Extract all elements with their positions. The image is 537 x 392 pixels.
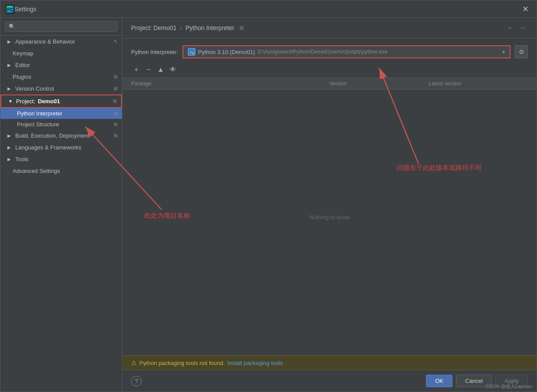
main-content: Project: Demo01 › Python Interpreter ⊞ ←… bbox=[122, 18, 537, 392]
install-tools-link[interactable]: Install packaging tools bbox=[227, 360, 283, 366]
nav-arrows: ← → bbox=[505, 23, 528, 33]
package-table: Package Version Latest version Nothing t… bbox=[122, 78, 537, 355]
sidebar-item-label: Advanced Settings bbox=[13, 168, 60, 174]
sidebar-item-label: Keymap bbox=[13, 50, 34, 57]
search-input[interactable] bbox=[5, 21, 118, 32]
add-package-button[interactable]: + bbox=[131, 64, 142, 75]
sidebar-item-label: Plugins bbox=[13, 74, 31, 80]
breadcrumb-parent: Project: Demo01 bbox=[131, 24, 176, 31]
close-button[interactable]: ✕ bbox=[520, 3, 531, 15]
sidebar-item-build-execution[interactable]: ▶ Build, Execution, Deployment ⊞ bbox=[0, 130, 122, 142]
column-latest-version: Latest version bbox=[429, 81, 528, 87]
column-version: Version bbox=[330, 81, 429, 87]
expand-arrow-icon: ▶ bbox=[7, 157, 13, 162]
interpreter-name: Python 3.10 (Demo01) bbox=[198, 49, 255, 55]
edit-icon: ✎ bbox=[114, 39, 118, 44]
ok-button[interactable]: OK bbox=[426, 375, 453, 387]
expand-arrow-icon: ▼ bbox=[8, 99, 14, 104]
empty-message: Nothing to show bbox=[292, 196, 367, 237]
warning-icon: ⚠ bbox=[131, 359, 137, 366]
sidebar-item-version-control[interactable]: ▶ Version Control ⊞ bbox=[0, 83, 122, 95]
sidebar-item-tools[interactable]: ▶ Tools bbox=[0, 153, 122, 165]
sidebar-item-label: Project: bbox=[16, 98, 35, 105]
dropdown-arrow-icon: ▾ bbox=[502, 49, 505, 55]
expand-arrow-icon: ▶ bbox=[7, 133, 13, 138]
expand-arrow-icon: ▶ bbox=[7, 63, 13, 68]
table-header: Package Version Latest version bbox=[122, 78, 537, 90]
sidebar-item-editor[interactable]: ▶ Editor bbox=[0, 59, 122, 71]
breadcrumb-icon: ⊞ bbox=[240, 25, 244, 31]
external-icon: ⊞ bbox=[113, 98, 117, 104]
breadcrumb-separator: › bbox=[180, 24, 182, 31]
sidebar-section: ▶ Appearance & Behavior ✎ Keymap ▶ Edito… bbox=[0, 36, 122, 177]
breadcrumb-current: Python Interpreter bbox=[186, 24, 234, 31]
pycharm-logo-icon: PC bbox=[6, 5, 14, 14]
footer: ? OK Cancel Apply CSDN @俗人Layman bbox=[122, 370, 537, 392]
external-icon: ⊞ bbox=[114, 133, 118, 139]
sidebar-item-python-interpreter[interactable]: Python Interpreter ⊞ bbox=[0, 108, 122, 119]
svg-text:PC: PC bbox=[7, 7, 14, 12]
breadcrumb-bar: Project: Demo01 › Python Interpreter ⊞ ←… bbox=[122, 18, 537, 38]
external-icon: ⊞ bbox=[114, 74, 118, 80]
sidebar-item-project-structure[interactable]: Project Structure ⊞ bbox=[0, 119, 122, 130]
external-icon: ⊞ bbox=[114, 122, 118, 127]
sidebar-item-project[interactable]: ▼ Project: Demo01 ⊞ bbox=[0, 95, 122, 108]
gear-icon: ⚙ bbox=[519, 48, 524, 55]
sidebar-item-plugins[interactable]: Plugins ⊞ bbox=[0, 71, 122, 83]
sidebar-item-label: Python Interpreter bbox=[17, 110, 62, 117]
expand-arrow-icon: ▶ bbox=[7, 145, 13, 150]
interpreter-section: Python Interpreter: Py Python 3.10 (Demo… bbox=[122, 38, 537, 62]
interpreter-label: Python Interpreter: bbox=[131, 49, 178, 55]
column-package: Package bbox=[131, 81, 330, 87]
sidebar-item-keymap[interactable]: Keymap bbox=[0, 47, 122, 59]
sidebar-item-label: Appearance & Behavior bbox=[15, 38, 75, 45]
svg-text:Py: Py bbox=[190, 51, 194, 54]
interpreter-dropdown[interactable]: Py Python 3.10 (Demo01) D:\Assignment\Py… bbox=[182, 45, 510, 58]
title-bar: PC Settings ✕ bbox=[0, 0, 537, 18]
help-button[interactable]: ? bbox=[131, 376, 142, 386]
sidebar-item-label: Build, Execution, Deployment bbox=[15, 132, 89, 139]
sidebar-item-advanced-settings[interactable]: Advanced Settings bbox=[0, 165, 122, 177]
remove-package-button[interactable]: − bbox=[143, 64, 154, 75]
external-icon: ⊞ bbox=[114, 86, 118, 91]
package-toolbar: + − ▲ 👁 bbox=[122, 62, 537, 78]
sidebar-item-appearance[interactable]: ▶ Appearance & Behavior ✎ bbox=[0, 36, 122, 47]
expand-arrow-icon: ▶ bbox=[7, 86, 13, 91]
sidebar-item-label: Editor bbox=[15, 62, 30, 68]
nav-forward-button[interactable]: → bbox=[517, 23, 528, 33]
sidebar-item-label: Tools bbox=[15, 156, 28, 162]
interpreter-row: Python Interpreter: Py Python 3.10 (Demo… bbox=[131, 45, 528, 58]
settings-dialog: PC Settings ✕ ▶ Appearance & Behavior ✎ … bbox=[0, 0, 537, 392]
dialog-title: Settings bbox=[14, 6, 520, 13]
status-text: Python packaging tools not found. bbox=[139, 360, 225, 366]
sidebar: ▶ Appearance & Behavior ✎ Keymap ▶ Edito… bbox=[0, 18, 122, 392]
show-options-button[interactable]: 👁 bbox=[168, 64, 178, 75]
sidebar-item-label: Version Control bbox=[15, 85, 54, 92]
content-area: ▶ Appearance & Behavior ✎ Keymap ▶ Edito… bbox=[0, 18, 537, 392]
external-icon: ⊞ bbox=[114, 111, 118, 116]
status-bar: ⚠ Python packaging tools not found. Inst… bbox=[122, 355, 537, 370]
python-icon: Py bbox=[188, 48, 196, 56]
search-box bbox=[0, 18, 122, 36]
expand-arrow-icon: ▶ bbox=[7, 39, 13, 44]
interpreter-gear-button[interactable]: ⚙ bbox=[515, 45, 528, 58]
upgrade-package-button[interactable]: ▲ bbox=[155, 64, 166, 75]
project-name-highlight: Demo01 bbox=[38, 98, 60, 105]
watermark: CSDN @俗人Layman bbox=[486, 383, 532, 390]
interpreter-path: D:\Assignment\Python\Demo01\venv\Scripts… bbox=[257, 49, 387, 55]
sidebar-item-label: Project Structure bbox=[17, 121, 59, 128]
sidebar-item-languages-frameworks[interactable]: ▶ Languages & Frameworks bbox=[0, 142, 122, 153]
sidebar-item-label: Languages & Frameworks bbox=[15, 144, 81, 151]
nav-back-button[interactable]: ← bbox=[505, 23, 516, 33]
